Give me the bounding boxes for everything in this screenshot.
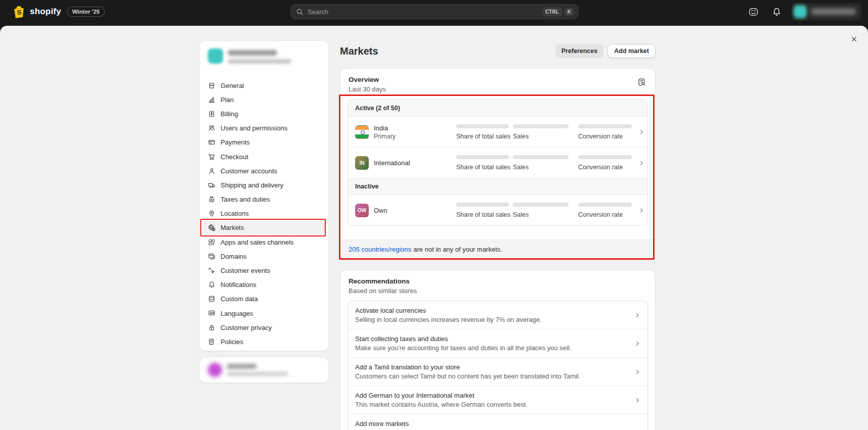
metric-placeholder-bar — [513, 155, 569, 159]
user-name-redacted — [227, 364, 288, 376]
recommendation-title: Add German to your International market — [355, 392, 625, 399]
sidebar-item-domains[interactable]: Domains — [200, 249, 328, 263]
recommendations-card: Recommendations Based on similar stores … — [340, 270, 656, 430]
sidebar-item-shipping-and-delivery[interactable]: Shipping and delivery — [200, 178, 328, 192]
report-search-button[interactable] — [635, 75, 648, 88]
store-icon — [208, 82, 215, 89]
recommendation-description: Selling in local currencies increases re… — [355, 316, 625, 323]
bell-icon — [208, 281, 215, 289]
metric-label: Sales — [513, 133, 578, 140]
globe-dollar-icon — [208, 224, 215, 231]
users-icon — [208, 124, 215, 132]
countries-regions-link[interactable]: 205 countries/regions — [349, 246, 411, 253]
sidebar-item-checkout[interactable]: Checkout — [200, 150, 328, 164]
metric-label: Conversion rate — [578, 164, 638, 171]
apps-grid-icon — [208, 238, 215, 246]
sidebar-item-label: Customer events — [221, 267, 270, 274]
sidebar-item-payments[interactable]: Payments — [200, 135, 328, 150]
person-icon — [208, 167, 215, 175]
market-row-international[interactable]: IN International Share of total sales Sa… — [348, 147, 647, 178]
overview-footer: 205 countries/regionsare not in any of y… — [340, 239, 655, 260]
sidebar-item-languages[interactable]: Languages — [200, 306, 328, 320]
sidebar-item-policies[interactable]: Policies — [200, 335, 328, 349]
store-header[interactable] — [200, 41, 328, 78]
sidekick-icon — [748, 7, 759, 17]
sidebar-item-billing[interactable]: Billing — [200, 107, 328, 121]
close-icon — [850, 35, 858, 43]
sidebar-item-customer-events[interactable]: Customer events — [200, 263, 328, 277]
store-name-redacted — [228, 49, 291, 78]
settings-nav: General Plan Billing Users and permissio… — [200, 78, 328, 349]
sidebar-item-label: General — [221, 82, 244, 89]
store-name-blur — [228, 50, 277, 56]
metric-placeholder-bar — [578, 155, 632, 159]
recommendation-activate-local-currencies[interactable]: Activate local currencies Selling in loc… — [348, 301, 647, 329]
sidebar-item-locations[interactable]: Locations — [200, 207, 328, 221]
user-name-blur — [227, 364, 256, 369]
sidebar-item-notifications[interactable]: Notifications — [200, 278, 328, 292]
metric-placeholder-bar — [513, 203, 569, 207]
sidebar-item-plan[interactable]: Plan — [200, 92, 328, 107]
metric-placeholder-bar — [578, 124, 632, 128]
chevron-right-icon — [634, 340, 641, 347]
footer-text: are not in any of your markets. — [413, 246, 502, 253]
international-market-badge: IN — [355, 156, 369, 170]
notification-bell-icon — [772, 7, 782, 17]
market-row-own[interactable]: OW Own Share of total sales Sales Conver… — [348, 195, 647, 225]
chevron-right-icon — [638, 207, 645, 214]
database-icon — [208, 295, 215, 303]
chevron-right-icon — [638, 128, 645, 136]
page-title: Markets — [340, 45, 378, 57]
shopify-logo[interactable]: S shopify Winter '25 — [13, 0, 105, 23]
sidekick-button[interactable] — [745, 4, 761, 20]
metric-placeholder-bar — [456, 124, 509, 128]
sidebar-item-apps-and-sales-channels[interactable]: Apps and sales channels — [200, 235, 328, 249]
sidebar-item-label: Notifications — [221, 281, 256, 289]
market-subtitle: Primary — [374, 133, 456, 140]
svg-text:S: S — [17, 9, 22, 16]
recommendations-title: Recommendations — [349, 277, 647, 285]
recommendation-add-more-markets[interactable]: Add more markets — [348, 414, 647, 430]
metric-placeholder-bar — [456, 203, 509, 207]
cart-icon — [208, 153, 215, 161]
metric-label: Conversion rate — [578, 211, 638, 218]
truck-icon — [208, 181, 215, 189]
topbar: S shopify Winter '25 Search CTRL K — [0, 0, 868, 23]
recommendation-description: Make sure you're accounting for taxes an… — [355, 344, 625, 352]
metric-label: Share of total sales — [456, 211, 513, 218]
recommendations-subtitle: Based on similar stores — [349, 287, 647, 295]
secondary-account-card[interactable] — [199, 357, 329, 383]
market-row-india[interactable]: India Primary Share of total sales Sales… — [348, 116, 647, 147]
recommendation-add-tamil-translation[interactable]: Add a Tamil translation to your store Cu… — [348, 357, 647, 386]
notifications-button[interactable] — [768, 4, 785, 20]
recommendation-description: This market contains Austria, where Germ… — [355, 401, 625, 408]
recommendations-list: Activate local currencies Selling in loc… — [348, 301, 648, 430]
settings-sheet: General Plan Billing Users and permissio… — [0, 26, 868, 430]
store-account-menu[interactable] — [792, 3, 862, 20]
metric-placeholder-bar — [578, 203, 632, 207]
sidebar-item-customer-accounts[interactable]: Customer accounts — [200, 164, 328, 178]
metric-label: Share of total sales — [456, 164, 513, 171]
sidebar-item-label: Billing — [221, 110, 238, 118]
preferences-button[interactable]: Preferences — [555, 44, 604, 58]
sidebar-item-customer-privacy[interactable]: Customer privacy — [200, 320, 328, 335]
close-button[interactable] — [847, 32, 861, 46]
recommendation-collect-taxes-duties[interactable]: Start collecting taxes and duties Make s… — [348, 329, 647, 357]
sidebar-item-label: Policies — [221, 338, 243, 346]
sidebar-item-general[interactable]: General — [200, 78, 328, 92]
store-avatar — [794, 5, 807, 18]
sidebar-item-custom-data[interactable]: Custom data — [200, 292, 328, 306]
metric-label: Sales — [513, 164, 578, 171]
sidebar-item-users-and-permissions[interactable]: Users and permissions — [200, 121, 328, 135]
metric-label: Share of total sales — [456, 133, 513, 140]
overview-title: Overview — [349, 76, 647, 83]
lock-icon — [208, 324, 215, 331]
search-input[interactable]: Search CTRL K — [290, 4, 579, 19]
store-name-redacted — [811, 9, 856, 15]
add-market-button[interactable]: Add market — [607, 44, 656, 58]
metric-placeholder-bar — [456, 155, 509, 159]
sidebar-item-taxes-and-duties[interactable]: Taxes and duties — [200, 193, 328, 207]
metric-placeholder-bar — [513, 124, 569, 128]
sidebar-item-markets[interactable]: Markets — [203, 221, 325, 235]
recommendation-add-german[interactable]: Add German to your International market … — [348, 386, 647, 414]
